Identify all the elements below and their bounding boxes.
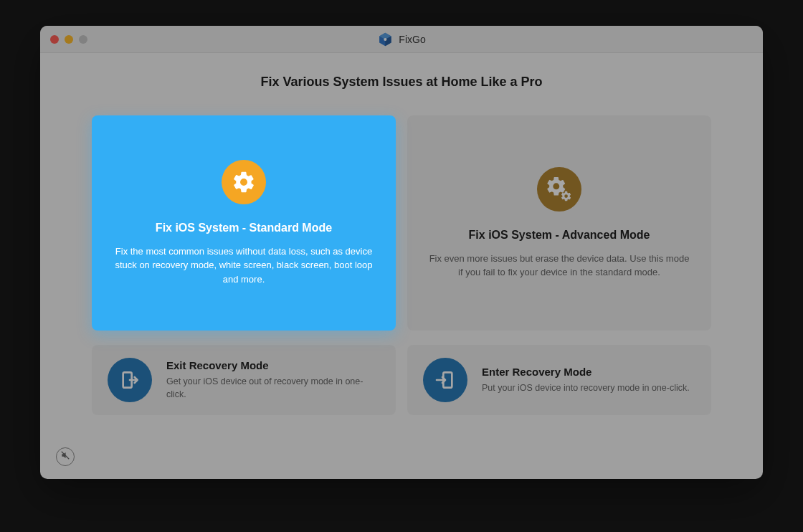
- minimize-window-button[interactable]: [65, 35, 73, 44]
- app-title: FixGo: [399, 34, 425, 45]
- cube-icon: [377, 32, 393, 47]
- mode-cards-row: Fix iOS System - Standard Mode Fix the m…: [92, 115, 711, 331]
- recovery-cards-row: Exit Recovery Mode Get your iOS device o…: [92, 345, 711, 415]
- window-controls: [50, 35, 87, 44]
- gear-icon: [222, 160, 266, 204]
- svg-point-3: [384, 37, 386, 40]
- app-window: FixGo Fix Various System Issues at Home …: [40, 26, 763, 479]
- titlebar: FixGo: [40, 26, 763, 53]
- advanced-mode-title: Fix iOS System - Advanced Mode: [469, 229, 650, 242]
- close-window-button[interactable]: [50, 35, 59, 44]
- title-center: FixGo: [377, 32, 425, 47]
- page-headline: Fix Various System Issues at Home Like a…: [92, 75, 711, 90]
- advanced-mode-card[interactable]: Fix iOS System - Advanced Mode Fix even …: [407, 115, 711, 331]
- exit-door-icon: [108, 358, 152, 402]
- standard-mode-card[interactable]: Fix iOS System - Standard Mode Fix the m…: [92, 115, 396, 331]
- standard-mode-title: Fix iOS System - Standard Mode: [156, 222, 332, 234]
- enter-recovery-text: Enter Recovery Mode Put your iOS device …: [482, 366, 695, 395]
- standard-mode-description: Fix the most common issues without data …: [112, 244, 376, 287]
- maximize-window-button[interactable]: [79, 35, 87, 44]
- enter-recovery-card[interactable]: Enter Recovery Mode Put your iOS device …: [407, 345, 711, 415]
- advanced-mode-description: Fix even more issues but erase the devic…: [427, 252, 691, 280]
- enter-recovery-title: Enter Recovery Mode: [482, 366, 695, 378]
- mute-button[interactable]: [56, 447, 75, 466]
- main-content: Fix Various System Issues at Home Like a…: [40, 53, 763, 479]
- enter-door-icon: [423, 358, 467, 402]
- exit-recovery-title: Exit Recovery Mode: [166, 359, 380, 371]
- exit-recovery-text: Exit Recovery Mode Get your iOS device o…: [166, 359, 380, 401]
- mute-speaker-icon: [60, 450, 70, 463]
- gears-icon: [537, 167, 581, 212]
- exit-recovery-description: Get your iOS device out of recovery mode…: [166, 376, 380, 401]
- enter-recovery-description: Put your iOS device into recovery mode i…: [482, 382, 695, 395]
- exit-recovery-card[interactable]: Exit Recovery Mode Get your iOS device o…: [92, 345, 396, 415]
